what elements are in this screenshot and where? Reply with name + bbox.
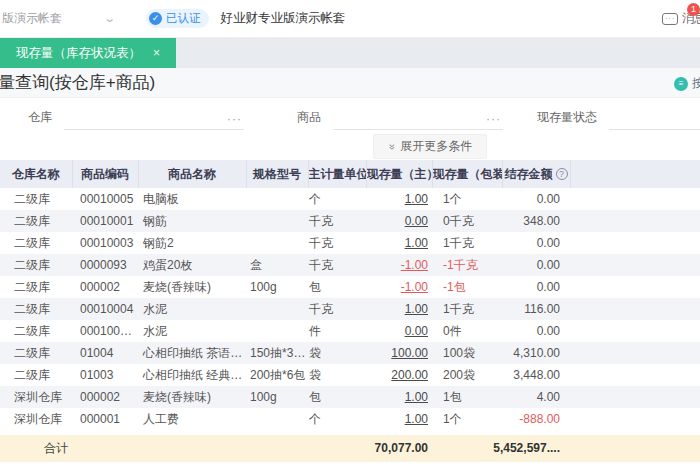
verified-label: 已认证 <box>166 11 201 26</box>
product-picker-icon[interactable]: ··· <box>486 112 501 126</box>
tab-label: 现存量（库存状况表） <box>16 45 141 62</box>
qty-main-link[interactable]: 1.00 <box>405 412 428 426</box>
cell-qty_pkg: 1千克 <box>432 232 502 254</box>
cell-amount: 0.00 <box>502 276 570 298</box>
filter-product: 商品 ··· <box>297 106 503 130</box>
cell-warehouse: 二级库 <box>0 320 72 342</box>
tab-bar: 现存量（库存状况表） × <box>0 38 700 68</box>
expand-more-button[interactable]: « 展开更多条件 <box>373 134 487 159</box>
cell-amount: 0.00 <box>502 320 570 342</box>
cell-amount: 4.00 <box>502 386 570 408</box>
qty-main-link[interactable]: 0.00 <box>405 324 428 338</box>
cell-name: 水泥 <box>138 320 246 342</box>
cell-warehouse: 二级库 <box>0 342 72 364</box>
cell-warehouse: 二级库 <box>0 364 72 386</box>
cell-warehouse: 二级库 <box>0 276 72 298</box>
cell-unit: 个 <box>308 408 366 430</box>
cell-filler <box>570 276 700 298</box>
column-header-amount[interactable]: 结存金额? <box>502 160 570 188</box>
cell-warehouse: 二级库 <box>0 210 72 232</box>
cell-warehouse: 深圳仓库 <box>0 408 72 430</box>
cell-amount: 0.00 <box>502 232 570 254</box>
cell-code: 0000093 <box>72 254 138 276</box>
qty-main-link[interactable]: 0.00 <box>405 214 428 228</box>
column-header-code[interactable]: 商品编码 <box>72 160 138 188</box>
cell-code: 00010004 <box>72 298 138 320</box>
qty-main-link[interactable]: -1.00 <box>401 258 428 272</box>
filter-warehouse: 仓库 ··· <box>28 106 244 130</box>
filter-area: 仓库 ··· 商品 ··· 现存量状态 « 展开更多条件 <box>0 98 700 160</box>
stock-status-label: 现存量状态 <box>537 109 597 130</box>
cell-name: 心相印抽纸 茶语系列 ... <box>138 342 246 364</box>
cell-warehouse: 深圳仓库 <box>0 386 72 408</box>
table-row: 二级库00010001钢筋千克0.000千克348.00 <box>0 210 700 232</box>
cell-code: 000002 <box>72 276 138 298</box>
cell-warehouse: 二级库 <box>0 298 72 320</box>
messages-button[interactable]: ··· 消息 1 <box>662 10 700 27</box>
column-header-qty_main[interactable]: 现存量（主） <box>366 160 432 188</box>
qty-main-link[interactable]: 1.00 <box>405 302 428 316</box>
company-name: 好业财专业版演示帐套 <box>221 10 346 27</box>
cell-filler <box>570 254 700 276</box>
cell-qty_pkg: 1千克 <box>432 298 502 320</box>
qty-main-link[interactable]: 1.00 <box>405 236 428 250</box>
verified-badge[interactable]: ✓ 已认证 <box>146 9 209 28</box>
table-row: 二级库00010003钢筋2千克1.001千克0.00 <box>0 232 700 254</box>
cell-unit: 袋 <box>308 364 366 386</box>
cell-qty_main: 0.00 <box>366 320 432 342</box>
info-icon[interactable]: ? <box>556 168 568 180</box>
qty-main-link[interactable]: 200.00 <box>391 368 428 382</box>
total-row: 合计 70,077.00 5,452,597.... <box>0 435 700 462</box>
cell-amount: 3,448.00 <box>502 364 570 386</box>
cell-amount: 116.00 <box>502 298 570 320</box>
qty-main-link[interactable]: 100.00 <box>391 346 428 360</box>
product-label: 商品 <box>297 109 321 130</box>
cell-filler <box>570 364 700 386</box>
cell-spec <box>246 298 308 320</box>
cell-unit: 千克 <box>308 210 366 232</box>
cell-code: 00010001 <box>72 210 138 232</box>
cell-unit: 千克 <box>308 232 366 254</box>
column-header-spec[interactable]: 规格型号 <box>246 160 308 188</box>
cell-qty_pkg: -1包 <box>432 276 502 298</box>
stock-status-input[interactable] <box>609 106 700 130</box>
top-bar: 版演示帐套 ⌄ ✓ 已认证 好业财专业版演示帐套 ··· 消息 1 <box>0 0 700 38</box>
cell-spec: 100g <box>246 386 308 408</box>
cell-spec <box>246 232 308 254</box>
table-row: 深圳仓库000001人工费个1.001个-888.00 <box>0 408 700 430</box>
cell-code: 01003 <box>72 364 138 386</box>
cell-qty_pkg: 200袋 <box>432 364 502 386</box>
cell-qty_pkg: 100袋 <box>432 342 502 364</box>
qty-main-link[interactable]: 1.00 <box>405 390 428 404</box>
corner-link[interactable]: ≡ 按档 <box>674 75 700 92</box>
cell-name: 麦烧(香辣味) <box>138 276 246 298</box>
stock-table: 仓库名称商品编码商品名称规格型号主计量单位现存量（主）现存量（包装）结存金额? … <box>0 160 700 430</box>
table-row: 二级库000100019水泥件0.000件0.00 <box>0 320 700 342</box>
close-icon[interactable]: × <box>153 46 160 60</box>
cell-spec <box>246 188 308 210</box>
qty-main-link[interactable]: -1.00 <box>401 280 428 294</box>
filter-stock-status: 现存量状态 <box>537 106 700 130</box>
cell-qty_main: -1.00 <box>366 254 432 276</box>
cell-qty_main: 100.00 <box>366 342 432 364</box>
tab-stock-status[interactable]: 现存量（库存状况表） × <box>0 38 176 68</box>
cell-filler <box>570 342 700 364</box>
account-selector[interactable]: 版演示帐套 ⌄ <box>2 10 114 27</box>
cell-code: 00010003 <box>72 232 138 254</box>
column-header-name[interactable]: 商品名称 <box>138 160 246 188</box>
product-input[interactable]: ··· <box>333 106 503 130</box>
cell-unit: 包 <box>308 276 366 298</box>
cell-code: 000002 <box>72 386 138 408</box>
cell-name: 水泥 <box>138 298 246 320</box>
qty-main-link[interactable]: 1.00 <box>405 192 428 206</box>
warehouse-label: 仓库 <box>28 109 52 130</box>
warehouse-input[interactable]: ··· <box>64 106 244 130</box>
warehouse-picker-icon[interactable]: ··· <box>227 112 242 126</box>
cell-qty_pkg: 1包 <box>432 386 502 408</box>
column-header-warehouse[interactable]: 仓库名称 <box>0 160 72 188</box>
column-header-qty_pkg[interactable]: 现存量（包装） <box>432 160 502 188</box>
cell-unit: 件 <box>308 320 366 342</box>
cell-qty_pkg: 1个 <box>432 408 502 430</box>
column-header-unit[interactable]: 主计量单位 <box>308 160 366 188</box>
cell-filler <box>570 320 700 342</box>
